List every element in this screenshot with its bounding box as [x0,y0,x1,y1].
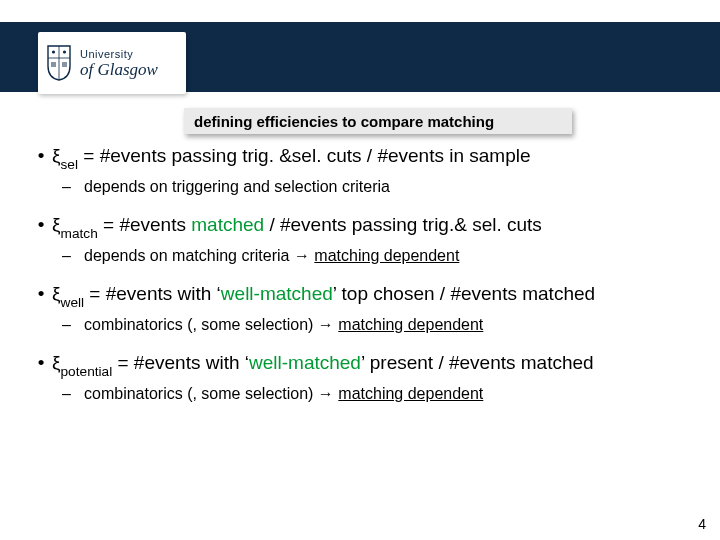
text-post: ’ top chosen / #events matched [333,283,595,304]
symbol: ξ [52,214,61,235]
text-pre: = #events with ‘ [112,352,249,373]
text-green: well-matched [249,352,361,373]
symbol: ξ [52,145,61,166]
bullet-1: • ξmatch = #events matched / #events pas… [30,213,690,240]
symbol: ξ [52,283,61,304]
bullet-group-3: • ξpotential = #events with ‘well-matche… [30,351,690,404]
text-post: / #events passing trig.& sel. cuts [264,214,542,235]
slide-number: 4 [698,516,706,532]
text-post: ’ present / #events matched [361,352,594,373]
arrow-icon: → [294,247,314,264]
note-post: matching dependent [314,247,459,264]
note-pre: combinatorics (, some selection) [84,385,318,402]
arrow-icon: → [318,385,338,402]
subbullet-2: – combinatorics (, some selection) → mat… [62,315,690,335]
content-area: • ξsel = #events passing trig. &sel. cut… [30,144,690,530]
logo-line1: University [80,49,158,60]
university-logo: University of Glasgow [38,32,186,94]
slide-title-text: defining efficiencies to compare matchin… [194,113,494,130]
logo-line2: of Glasgow [80,61,158,78]
svg-point-3 [63,50,66,53]
bullet-group-2: • ξwell = #events with ‘well-matched’ to… [30,282,690,335]
bullet-group-0: • ξsel = #events passing trig. &sel. cut… [30,144,690,197]
subscript: potential [61,364,113,379]
slide-title: defining efficiencies to compare matchin… [184,108,572,134]
subbullet-3: – combinatorics (, some selection) → mat… [62,384,690,404]
note-post: matching dependent [338,385,483,402]
text-green: matched [191,214,264,235]
symbol: ξ [52,352,61,373]
bullet-2: • ξwell = #events with ‘well-matched’ to… [30,282,690,309]
bullet-group-1: • ξmatch = #events matched / #events pas… [30,213,690,266]
svg-rect-5 [62,62,67,67]
subscript: sel [61,157,78,172]
definition-text: = #events passing trig. &sel. cuts / #ev… [78,145,531,166]
note-pre: combinatorics (, some selection) [84,316,318,333]
text-pre: = #events with ‘ [84,283,221,304]
bullet-0: • ξsel = #events passing trig. &sel. cut… [30,144,690,171]
note-pre: depends on matching criteria [84,247,294,264]
svg-point-2 [52,50,55,53]
bullet-3: • ξpotential = #events with ‘well-matche… [30,351,690,378]
text-green: well-matched [221,283,333,304]
svg-rect-4 [51,62,56,67]
note: depends on triggering and selection crit… [84,178,390,195]
subbullet-1: – depends on matching criteria → matchin… [62,246,690,266]
crest-icon [44,44,74,82]
arrow-icon: → [318,316,338,333]
note-post: matching dependent [338,316,483,333]
subscript: well [61,295,85,310]
subscript: match [61,226,98,241]
text-pre: = #events [98,214,191,235]
subbullet-0: – depends on triggering and selection cr… [62,177,690,197]
